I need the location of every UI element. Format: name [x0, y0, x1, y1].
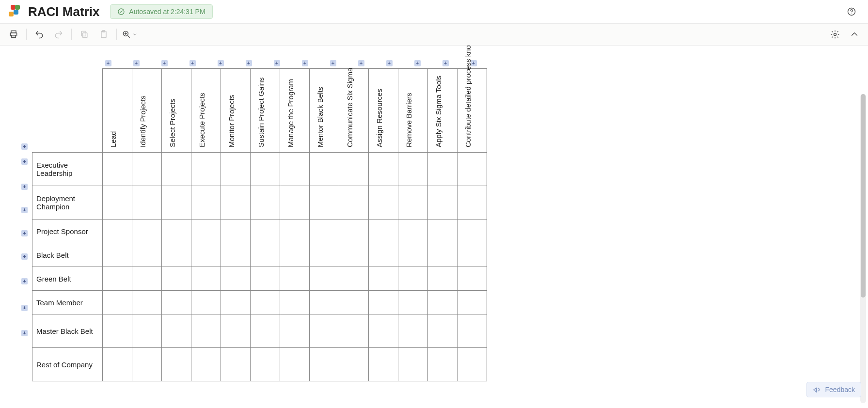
raci-cell[interactable]: A: [221, 220, 251, 243]
raci-cell[interactable]: [280, 267, 310, 291]
raci-cell[interactable]: I: [458, 348, 487, 381]
raci-cell[interactable]: R: [428, 267, 458, 291]
raci-cell[interactable]: I: [132, 348, 162, 381]
raci-cell[interactable]: [428, 153, 458, 186]
raci-cell[interactable]: [191, 348, 221, 381]
raci-cell[interactable]: I: [339, 291, 369, 314]
raci-cell[interactable]: R: [398, 314, 428, 348]
raci-cell[interactable]: R: [339, 153, 369, 186]
add-column-button[interactable]: +: [291, 60, 319, 66]
copy-button[interactable]: [76, 26, 93, 43]
raci-cell[interactable]: [132, 291, 162, 314]
column-header[interactable]: Monitor Projects: [221, 69, 251, 153]
raci-cell[interactable]: I: [221, 291, 251, 314]
add-column-button[interactable]: +: [403, 60, 431, 66]
raci-cell[interactable]: R: [398, 186, 428, 220]
column-header[interactable]: Mentor Black Belts: [310, 69, 339, 153]
add-column-button[interactable]: +: [206, 60, 235, 66]
raci-cell[interactable]: A: [132, 186, 162, 220]
raci-cell[interactable]: R: [221, 243, 251, 267]
help-button[interactable]: [843, 3, 860, 20]
raci-cell[interactable]: [398, 291, 428, 314]
add-row-button[interactable]: +: [21, 245, 28, 268]
raci-cell[interactable]: [162, 267, 191, 291]
raci-cell[interactable]: [310, 153, 339, 186]
raci-cell[interactable]: R: [458, 291, 487, 314]
raci-cell[interactable]: [369, 267, 398, 291]
raci-cell[interactable]: R: [162, 186, 191, 220]
add-row-button[interactable]: +: [21, 148, 28, 175]
add-row-button[interactable]: +: [21, 295, 28, 321]
raci-cell[interactable]: [369, 291, 398, 314]
raci-cell[interactable]: R: [458, 314, 487, 348]
raci-cell[interactable]: C: [191, 314, 221, 348]
raci-cell[interactable]: R: [132, 220, 162, 243]
raci-cell[interactable]: [103, 220, 132, 243]
collapse-button[interactable]: [846, 26, 863, 43]
add-row-button[interactable]: +: [21, 198, 28, 221]
raci-cell[interactable]: [162, 348, 191, 381]
raci-cell[interactable]: [251, 243, 280, 267]
raci-cell[interactable]: C: [132, 243, 162, 267]
raci-cell[interactable]: R: [251, 348, 280, 381]
raci-cell[interactable]: [280, 348, 310, 381]
raci-cell[interactable]: A: [398, 153, 428, 186]
raci-cell[interactable]: R: [221, 153, 251, 186]
raci-cell[interactable]: A: [458, 220, 487, 243]
row-header[interactable]: Green Belt: [32, 267, 103, 291]
raci-cell[interactable]: A: [369, 220, 398, 243]
column-header[interactable]: Identify Projects: [132, 69, 162, 153]
raci-cell[interactable]: [280, 243, 310, 267]
raci-cell[interactable]: R: [221, 314, 251, 348]
raci-cell[interactable]: A: [103, 153, 132, 186]
feedback-button[interactable]: Feedback: [806, 382, 861, 397]
column-header[interactable]: Select Projects: [162, 69, 191, 153]
raci-cell[interactable]: [191, 153, 221, 186]
raci-cell[interactable]: [162, 220, 191, 243]
add-column-button[interactable]: +: [122, 60, 150, 66]
raci-cell[interactable]: [103, 348, 132, 381]
raci-cell[interactable]: R: [339, 220, 369, 243]
paste-button[interactable]: [95, 26, 112, 43]
undo-button[interactable]: [31, 26, 48, 43]
raci-cell[interactable]: I: [428, 348, 458, 381]
raci-cell[interactable]: R: [398, 243, 428, 267]
raci-cell[interactable]: A: [251, 220, 280, 243]
raci-cell[interactable]: [162, 291, 191, 314]
raci-cell[interactable]: [280, 291, 310, 314]
add-column-button[interactable]: +: [431, 60, 459, 66]
raci-cell[interactable]: R: [339, 314, 369, 348]
raci-cell[interactable]: I: [428, 291, 458, 314]
raci-cell[interactable]: R: [398, 220, 428, 243]
raci-cell[interactable]: [280, 220, 310, 243]
raci-cell[interactable]: [398, 267, 428, 291]
column-header[interactable]: Sustain Project Gains: [251, 69, 280, 153]
raci-cell[interactable]: A: [428, 243, 458, 267]
add-column-button[interactable]: +: [319, 60, 347, 66]
raci-cell[interactable]: R: [251, 153, 280, 186]
raci-cell[interactable]: R: [428, 186, 458, 220]
raci-cell[interactable]: [132, 267, 162, 291]
add-column-button[interactable]: +: [347, 60, 375, 66]
raci-cell[interactable]: R: [191, 291, 221, 314]
raci-cell[interactable]: [398, 348, 428, 381]
raci-cell[interactable]: A: [310, 186, 339, 220]
row-header[interactable]: Team Member: [32, 291, 103, 314]
zoom-button[interactable]: [121, 26, 138, 43]
column-header[interactable]: Lead: [103, 69, 132, 153]
raci-cell[interactable]: I: [162, 314, 191, 348]
raci-cell[interactable]: [251, 314, 280, 348]
raci-cell[interactable]: [428, 220, 458, 243]
add-column-button[interactable]: +: [235, 60, 263, 66]
raci-cell[interactable]: R: [132, 153, 162, 186]
column-header[interactable]: Execute Projects: [191, 69, 221, 153]
raci-cell[interactable]: [103, 291, 132, 314]
column-header[interactable]: Apply Six Sigma Tools: [428, 69, 458, 153]
settings-button[interactable]: [826, 26, 844, 43]
raci-cell[interactable]: A: [162, 153, 191, 186]
add-column-button[interactable]: +: [375, 60, 403, 66]
raci-cell[interactable]: R: [221, 186, 251, 220]
raci-cell[interactable]: [310, 291, 339, 314]
column-header[interactable]: Remove Barriers: [398, 69, 428, 153]
raci-cell[interactable]: A: [280, 186, 310, 220]
